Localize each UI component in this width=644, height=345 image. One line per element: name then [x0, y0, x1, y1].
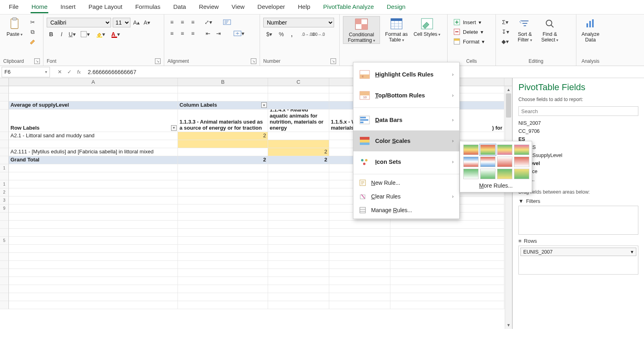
tab-pivottable-analyze[interactable]: PivotTable Analyze — [318, 1, 380, 14]
tab-data[interactable]: Data — [167, 1, 192, 14]
cf-data-bars[interactable]: Data Bars› — [353, 109, 459, 130]
font-color-button[interactable]: A▾ — [109, 30, 122, 39]
increase-indent-button[interactable]: ⇥ — [214, 29, 223, 38]
column-header-c[interactable]: C — [268, 78, 329, 86]
italic-button[interactable]: I — [57, 30, 66, 39]
decrease-indent-button[interactable]: ⇤ — [204, 29, 213, 38]
field-item[interactable]: ginalES — [518, 143, 638, 151]
color-scale-option[interactable] — [463, 157, 479, 167]
comma-format-button[interactable]: , — [287, 30, 296, 39]
merge-center-button[interactable]: ▾ — [232, 29, 246, 38]
color-scale-option[interactable] — [497, 169, 512, 179]
field-item[interactable]: nfidence — [518, 167, 638, 176]
row-labels-dropdown[interactable]: ▾ — [171, 125, 177, 131]
rows-field-chip[interactable]: EUNIS_2007▾ — [520, 248, 636, 256]
cf-new-rule[interactable]: New Rule... — [353, 176, 459, 190]
format-cells-button[interactable]: Format ▾ — [451, 37, 487, 46]
cf-color-scales[interactable]: Color Scales› — [353, 130, 459, 151]
enter-formula-button[interactable]: ✓ — [64, 67, 74, 77]
align-center-button[interactable]: ≡ — [178, 29, 187, 38]
color-scale-option[interactable] — [497, 145, 512, 155]
accounting-format-button[interactable]: $▾ — [263, 30, 275, 39]
decrease-font-button[interactable]: A▾ — [142, 18, 151, 27]
align-top-button[interactable]: ≡ — [167, 18, 176, 27]
tab-home[interactable]: Home — [26, 1, 53, 14]
tab-help[interactable]: Help — [292, 1, 316, 14]
font-name-select[interactable]: Calibri — [47, 18, 111, 27]
cancel-formula-button[interactable]: ✕ — [55, 67, 64, 77]
color-scale-option[interactable] — [463, 145, 479, 155]
cf-highlight-cells-rules[interactable]: ≤ Highlight Cells Rules› — [353, 64, 459, 85]
name-box[interactable]: F6 ▾ — [2, 67, 50, 77]
font-size-select[interactable]: 11 — [113, 18, 130, 27]
column-header-b[interactable]: B — [178, 78, 268, 86]
color-scale-option[interactable] — [480, 169, 495, 179]
tab-page-layout[interactable]: Page Layout — [83, 1, 128, 14]
align-middle-button[interactable]: ≡ — [178, 18, 187, 27]
copy-button[interactable]: ⧉ — [28, 27, 37, 36]
cf-clear-rules[interactable]: Clear Rules› — [353, 190, 459, 203]
field-item[interactable]: NIS_2007 — [518, 119, 638, 127]
decrease-decimal-button[interactable]: .00→.0 — [314, 30, 323, 39]
tab-insert[interactable]: Insert — [55, 1, 81, 14]
color-scale-option[interactable] — [514, 157, 529, 167]
color-scale-option[interactable] — [514, 145, 529, 155]
underline-button[interactable]: U▾ — [68, 30, 76, 39]
align-bottom-button[interactable]: ≡ — [188, 18, 197, 27]
scroll-thumb[interactable] — [506, 93, 511, 118]
tab-design[interactable]: Design — [381, 1, 411, 14]
borders-button[interactable]: ▾ — [78, 30, 92, 39]
cell-styles-button[interactable]: Cell Styles — [413, 16, 441, 37]
tab-formulas[interactable]: Formulas — [130, 1, 166, 14]
clear-button[interactable]: ◆▾ — [499, 37, 511, 46]
percent-format-button[interactable]: % — [277, 30, 286, 39]
paste-button[interactable]: Paste — [3, 16, 26, 37]
select-all-corner[interactable] — [0, 78, 9, 86]
color-scale-option[interactable] — [463, 169, 479, 179]
analyze-data-button[interactable]: Analyze Data — [580, 16, 601, 43]
cf-manage-rules[interactable]: Manage Rules... — [353, 203, 459, 217]
color-scale-option[interactable] — [480, 145, 495, 155]
field-item[interactable]: ables... — [518, 176, 638, 184]
color-scale-option[interactable] — [480, 157, 495, 167]
autosum-button[interactable]: Σ▾ — [499, 18, 511, 27]
insert-cells-button[interactable]: Insert ▾ — [451, 18, 487, 27]
alignment-dialog-launcher[interactable]: ↘ — [251, 58, 256, 64]
fields-search-input[interactable] — [518, 106, 638, 116]
field-item[interactable]: ginalESsupplyLevel — [518, 151, 638, 159]
bold-button[interactable]: B — [47, 30, 56, 39]
vertical-scrollbar[interactable]: ▲ ▼ — [505, 86, 512, 329]
tab-review[interactable]: Review — [193, 1, 224, 14]
field-item[interactable]: CC_9706 — [518, 127, 638, 135]
fill-color-button[interactable]: ▾ — [93, 30, 107, 39]
sort-filter-button[interactable]: Sort & Filter — [514, 16, 536, 43]
format-painter-button[interactable] — [28, 37, 37, 46]
color-scale-option[interactable] — [514, 169, 529, 179]
tab-developer[interactable]: Developer — [252, 1, 291, 14]
font-dialog-launcher[interactable]: ↘ — [155, 58, 161, 64]
number-dialog-launcher[interactable]: ↘ — [330, 58, 336, 64]
cf-top-bottom-rules[interactable]: 10 Top/Bottom Rules› — [353, 85, 459, 106]
scroll-down-button[interactable]: ▼ — [505, 322, 512, 329]
rows-drop-area[interactable]: EUNIS_2007▾ — [518, 246, 638, 275]
find-select-button[interactable]: Find & Select — [539, 16, 561, 43]
insert-function-button[interactable]: fx — [74, 67, 84, 77]
delete-cells-button[interactable]: Delete ▾ — [451, 27, 487, 36]
cell-c-row2[interactable]: 2 — [268, 148, 329, 156]
orientation-button[interactable]: ⤢▾ — [204, 18, 213, 27]
column-header-a[interactable]: A — [9, 78, 178, 86]
cf-icon-sets[interactable]: Icon Sets› — [353, 151, 459, 172]
field-item[interactable]: ES — [518, 135, 638, 143]
increase-decimal-button[interactable]: .0→.00 — [303, 30, 312, 39]
fill-button[interactable]: ↧▾ — [499, 27, 511, 36]
filters-drop-area[interactable] — [518, 206, 638, 235]
field-item[interactable]: iplyLevel — [518, 159, 638, 167]
wrap-text-button[interactable] — [221, 18, 233, 27]
conditional-formatting-button[interactable]: Conditional Formatting — [343, 16, 380, 44]
tab-view[interactable]: View — [226, 1, 250, 14]
color-scale-option[interactable] — [497, 157, 512, 167]
column-labels-dropdown[interactable]: ▾ — [261, 102, 267, 108]
cut-button[interactable]: ✂ — [28, 18, 37, 27]
scroll-up-button[interactable]: ▲ — [505, 86, 512, 93]
format-as-table-button[interactable]: Format as Table — [382, 16, 411, 43]
